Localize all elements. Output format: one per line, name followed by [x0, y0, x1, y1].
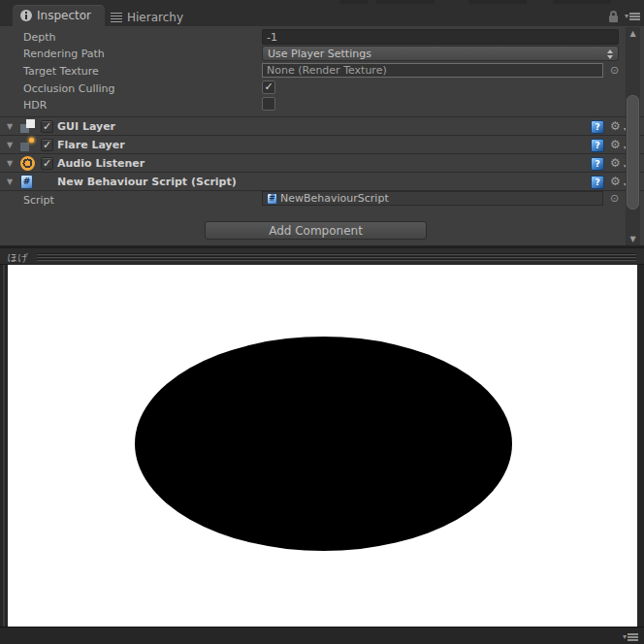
titlebar-grip-stripes	[37, 253, 636, 261]
object-picker-icon[interactable]: ⊙	[610, 65, 619, 76]
dropdown-arrows-icon	[607, 49, 613, 59]
script-label: Script	[23, 193, 54, 208]
inspector-tab-bar: Inspector Hierarchy ▾	[0, 5, 644, 26]
flare-layer-enabled-checkbox[interactable]: ✓	[41, 139, 53, 151]
component-header-audio-listener[interactable]: ▼ ✓ Audio Listener ? ⚙ ▾	[0, 153, 644, 172]
game-ellipse	[135, 337, 512, 551]
hdr-label: HDR	[23, 98, 47, 113]
lock-icon[interactable]	[608, 11, 619, 22]
tab-hierarchy[interactable]: Hierarchy	[111, 9, 183, 26]
tab-inspector-label: Inspector	[37, 9, 91, 22]
target-texture-field[interactable]: None (Render Texture)	[262, 63, 603, 78]
checkmark-icon: ✓	[43, 139, 51, 151]
audio-listener-icon	[20, 156, 35, 171]
unity-editor-window: Inspector Hierarchy ▾ Depth -1 Rendering…	[0, 0, 644, 644]
component-header-flare-layer[interactable]: ▼ ✓ Flare Layer ? ⚙ ▾	[0, 135, 644, 153]
checkmark-icon: ✓	[43, 120, 51, 133]
panel-menu-icon[interactable]: ▾	[623, 633, 638, 641]
gui-layer-enabled-checkbox[interactable]: ✓	[41, 120, 53, 133]
tab-hierarchy-label: Hierarchy	[127, 11, 183, 24]
object-picker-icon[interactable]: ⊙	[610, 193, 619, 204]
help-icon[interactable]: ?	[591, 157, 604, 171]
foldout-icon[interactable]: ▼	[7, 141, 13, 149]
checkmark-icon: ✓	[264, 80, 273, 93]
gear-icon[interactable]: ⚙	[610, 119, 621, 134]
occlusion-culling-checkbox[interactable]: ✓	[262, 80, 275, 94]
flare-layer-title: Flare Layer	[57, 139, 125, 151]
audio-listener-title: Audio Listener	[57, 157, 145, 170]
bottom-strip: ▾	[0, 627, 644, 644]
occlusion-culling-label: Occlusion Culling	[23, 81, 115, 96]
toolbar-remnant	[339, 0, 369, 4]
audio-listener-enabled-checkbox[interactable]: ✓	[41, 157, 53, 170]
game-window-title: ほげ	[8, 251, 27, 265]
hdr-checkbox[interactable]	[262, 97, 275, 111]
new-behaviour-script-title: New Behaviour Script (Script)	[57, 176, 237, 188]
csharp-script-icon: #	[267, 193, 277, 205]
menu-caret-icon: ▾	[623, 633, 627, 641]
game-window-titlebar[interactable]: ほげ	[0, 247, 644, 265]
script-object-field[interactable]: # NewBehaviourScript	[262, 191, 603, 206]
depth-value: -1	[267, 31, 277, 44]
component-header-new-behaviour-script[interactable]: ▼ # New Behaviour Script (Script) ? ⚙ ▾	[0, 172, 644, 190]
hierarchy-list-icon	[111, 13, 122, 22]
scrollbar-thumb[interactable]	[627, 95, 639, 209]
toolbar-remnant	[468, 0, 527, 4]
rendering-path-label: Rendering Path	[23, 47, 105, 61]
menu-caret-icon: ▾	[625, 13, 628, 20]
tab-inspector[interactable]: Inspector	[13, 5, 105, 26]
help-icon[interactable]: ?	[591, 176, 604, 189]
csharp-script-icon: #	[20, 175, 33, 189]
rendering-path-value: Use Player Settings	[268, 48, 371, 60]
menu-lines-icon	[628, 633, 638, 641]
menu-lines-icon	[629, 13, 640, 20]
game-canvas	[8, 265, 637, 627]
add-component-button[interactable]: Add Component	[205, 221, 427, 240]
inspector-info-icon	[20, 10, 32, 21]
foldout-icon[interactable]: ▼	[7, 177, 13, 186]
gui-layer-title: GUI Layer	[57, 120, 115, 133]
window-edge-groove	[3, 265, 5, 627]
depth-field[interactable]: -1	[262, 29, 619, 45]
component-header-gui-layer[interactable]: ▼ ✓ GUI Layer ? ⚙ ▾	[0, 116, 644, 135]
gear-icon[interactable]: ⚙	[610, 175, 621, 189]
gear-icon[interactable]: ⚙	[610, 138, 621, 152]
gui-layer-icon	[20, 119, 35, 134]
checkmark-icon: ✓	[43, 157, 51, 170]
scroll-down-icon[interactable]: ▼	[626, 235, 640, 243]
gear-icon[interactable]: ⚙	[610, 156, 621, 171]
foldout-icon[interactable]: ▼	[7, 122, 13, 131]
add-component-label: Add Component	[269, 224, 363, 238]
target-texture-label: Target Texture	[23, 64, 99, 79]
toolbar-remnant	[553, 0, 611, 4]
help-icon[interactable]: ?	[591, 120, 604, 134]
panel-menu-icon[interactable]: ▾	[625, 13, 640, 20]
depth-label: Depth	[23, 30, 56, 45]
scroll-up-icon[interactable]: ▲	[626, 29, 640, 38]
flare-layer-icon	[20, 138, 35, 152]
separator	[0, 190, 644, 191]
target-texture-value: None (Render Texture)	[267, 64, 387, 77]
help-icon[interactable]: ?	[591, 139, 604, 152]
script-value: NewBehaviourScript	[280, 192, 389, 205]
toolbar-remnant	[376, 0, 435, 4]
inspector-scrollbar[interactable]: ▲ ▼	[626, 27, 640, 245]
game-view-region	[0, 265, 644, 627]
foldout-icon[interactable]: ▼	[7, 159, 13, 168]
rendering-path-dropdown[interactable]: Use Player Settings	[262, 46, 619, 61]
